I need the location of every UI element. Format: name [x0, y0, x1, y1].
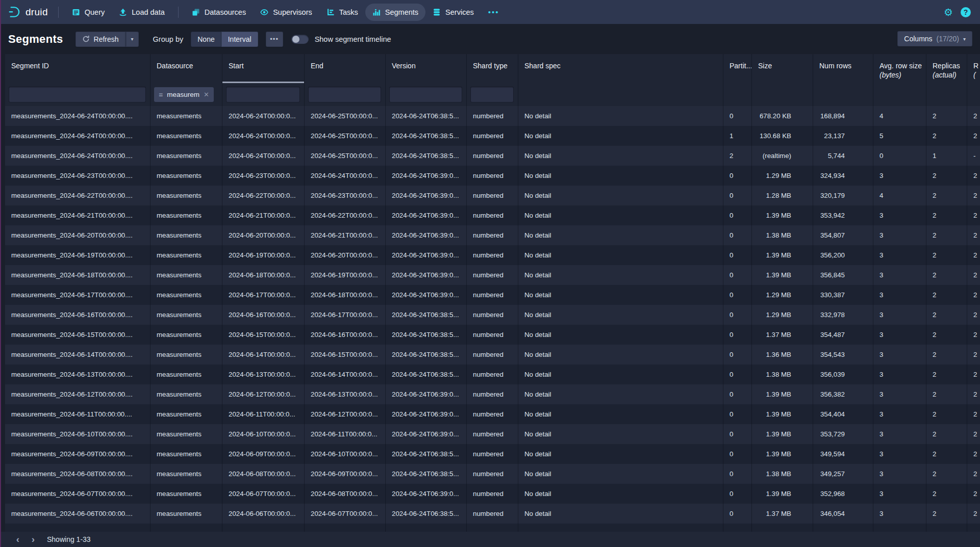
cell-replicas[interactable]: 2: [926, 444, 967, 464]
cell-end[interactable]: 2024-06-08T00:00:0...: [305, 484, 386, 504]
next-page-icon[interactable]: ›: [26, 533, 41, 546]
cell-replicas[interactable]: 1: [926, 146, 967, 166]
cell-replicas[interactable]: 2: [926, 464, 967, 484]
cell-start[interactable]: 2024-06-07T00:00:0...: [222, 484, 305, 504]
filter-input-segment-id[interactable]: [9, 87, 146, 102]
nav-item-segments[interactable]: Segments: [365, 4, 425, 21]
cell-size[interactable]: 1.38 MB: [752, 464, 813, 484]
column-header-datasource[interactable]: Datasource: [150, 54, 222, 83]
cell-size[interactable]: 1.28 MB: [752, 186, 813, 205]
cell-segment-id[interactable]: measurements_2024-06-24T00:00:00....: [5, 146, 150, 166]
columns-button[interactable]: Columns (17/20) ▾: [897, 31, 972, 46]
cell-size[interactable]: 1.39 MB: [752, 245, 813, 265]
cell-avg-row-size[interactable]: 3: [873, 285, 926, 305]
cell-replicas[interactable]: 2: [926, 384, 967, 404]
cell-segment-id[interactable]: measurements_2024-06-17T00:00:00....: [5, 285, 150, 305]
cell-shard-spec[interactable]: No detail: [518, 106, 723, 126]
column-header-avg-row-size[interactable]: Avg. row size(bytes): [873, 54, 926, 83]
cell-replicas[interactable]: 2: [926, 166, 967, 186]
cell-version[interactable]: 2024-06-24T06:38:5...: [386, 464, 467, 484]
cell-datasource[interactable]: measurements: [150, 444, 222, 464]
more-options-button[interactable]: •••: [266, 32, 283, 47]
cell-num-rows[interactable]: 353,942: [813, 205, 873, 225]
cell-end[interactable]: 2024-06-19T00:00:0...: [305, 265, 386, 285]
cell-shard-spec[interactable]: No detail: [518, 126, 723, 146]
cell-segment-id[interactable]: measurements_2024-06-15T00:00:00....: [5, 325, 150, 345]
column-header-shard-spec[interactable]: Shard spec: [518, 54, 723, 83]
cell-replication[interactable]: 2: [967, 205, 980, 225]
cell-replicas[interactable]: 2: [926, 404, 967, 424]
cell-datasource[interactable]: measurements: [150, 186, 222, 205]
remove-filter-icon[interactable]: ✕: [204, 91, 209, 98]
cell-segment-id[interactable]: measurements_2024-06-14T00:00:00....: [5, 345, 150, 364]
cell-replicas[interactable]: 2: [926, 126, 967, 146]
cell-shard-spec[interactable]: No detail: [518, 444, 723, 464]
cell-avg-row-size[interactable]: 3: [873, 325, 926, 345]
nav-item-services[interactable]: Services: [425, 4, 481, 21]
cell-datasource[interactable]: measurements: [150, 424, 222, 444]
column-header-replication[interactable]: R(: [967, 54, 980, 83]
cell-num-rows[interactable]: 354,487: [813, 325, 873, 345]
cell-partition[interactable]: 0: [723, 245, 752, 265]
cell-shard-type[interactable]: numbered: [467, 384, 518, 404]
cell-datasource[interactable]: measurements: [150, 404, 222, 424]
cell-num-rows[interactable]: 353,729: [813, 424, 873, 444]
cell-replication[interactable]: 2: [967, 305, 980, 325]
cell-num-rows[interactable]: 354,404: [813, 404, 873, 424]
cell-replicas[interactable]: 2: [926, 205, 967, 225]
cell-version[interactable]: 2024-06-24T06:39:0...: [386, 384, 467, 404]
cell-replicas[interactable]: 2: [926, 364, 967, 384]
cell-end[interactable]: 2024-06-14T00:00:0...: [305, 364, 386, 384]
cell-avg-row-size[interactable]: 3: [873, 384, 926, 404]
column-header-num-rows[interactable]: Num rows: [813, 54, 873, 83]
cell-size[interactable]: 1.39 MB: [752, 484, 813, 504]
nav-item-datasources[interactable]: Datasources: [185, 4, 253, 21]
cell-segment-id[interactable]: measurements_2024-06-11T00:00:00....: [5, 404, 150, 424]
cell-num-rows[interactable]: 349,257: [813, 464, 873, 484]
cell-shard-type[interactable]: numbered: [467, 285, 518, 305]
cell-num-rows[interactable]: 354,543: [813, 345, 873, 364]
cell-num-rows[interactable]: 346,054: [813, 504, 873, 524]
cell-replication[interactable]: 2: [967, 424, 980, 444]
cell-size[interactable]: 130.68 KB: [752, 126, 813, 146]
cell-segment-id[interactable]: measurements_2024-06-20T00:00:00....: [5, 225, 150, 245]
cell-size[interactable]: 1.37 MB: [752, 325, 813, 345]
cell-size[interactable]: 1.39 MB: [752, 265, 813, 285]
cell-version[interactable]: 2024-06-24T06:38:5...: [386, 364, 467, 384]
cell-avg-row-size[interactable]: 3: [873, 205, 926, 225]
cell-segment-id[interactable]: measurements_2024-06-16T00:00:00....: [5, 305, 150, 325]
cell-size[interactable]: 1.39 MB: [752, 404, 813, 424]
cell-shard-spec[interactable]: No detail: [518, 404, 723, 424]
cell-shard-spec[interactable]: No detail: [518, 384, 723, 404]
group-by-interval-button[interactable]: Interval: [221, 32, 258, 47]
cell-start[interactable]: 2024-06-17T00:00:0...: [222, 285, 305, 305]
cell-shard-type[interactable]: numbered: [467, 345, 518, 364]
nav-item-more[interactable]: •••: [481, 4, 507, 21]
cell-size[interactable]: 1.38 MB: [752, 364, 813, 384]
cell-end[interactable]: 2024-06-11T00:00:0...: [305, 424, 386, 444]
cell-datasource[interactable]: measurements: [150, 166, 222, 186]
cell-replication[interactable]: 2: [967, 245, 980, 265]
cell-datasource[interactable]: measurements: [150, 126, 222, 146]
cell-start[interactable]: 2024-06-15T00:00:0...: [222, 325, 305, 345]
datasource-filter-chip[interactable]: ≡measurem✕: [154, 87, 214, 102]
cell-replicas[interactable]: 2: [926, 245, 967, 265]
cell-version[interactable]: 2024-06-24T06:39:0...: [386, 404, 467, 424]
cell-avg-row-size[interactable]: 3: [873, 265, 926, 285]
cell-datasource[interactable]: measurements: [150, 325, 222, 345]
cell-version[interactable]: 2024-06-24T06:39:0...: [386, 166, 467, 186]
cell-partition[interactable]: 0: [723, 325, 752, 345]
cell-start[interactable]: 2024-06-22T00:00:0...: [222, 186, 305, 205]
cell-replication[interactable]: 2: [967, 484, 980, 504]
cell-start[interactable]: 2024-06-18T00:00:0...: [222, 265, 305, 285]
cell-size[interactable]: (realtime): [752, 146, 813, 166]
cell-partition[interactable]: 0: [723, 225, 752, 245]
cell-end[interactable]: 2024-06-16T00:00:0...: [305, 325, 386, 345]
cell-end[interactable]: 2024-06-13T00:00:0...: [305, 384, 386, 404]
cell-avg-row-size[interactable]: 3: [873, 225, 926, 245]
cell-size[interactable]: 1.39 MB: [752, 384, 813, 404]
cell-end[interactable]: 2024-06-17T00:00:0...: [305, 305, 386, 325]
cell-avg-row-size[interactable]: 3: [873, 464, 926, 484]
cell-size[interactable]: 1.36 MB: [752, 345, 813, 364]
cell-replicas[interactable]: 2: [926, 504, 967, 524]
